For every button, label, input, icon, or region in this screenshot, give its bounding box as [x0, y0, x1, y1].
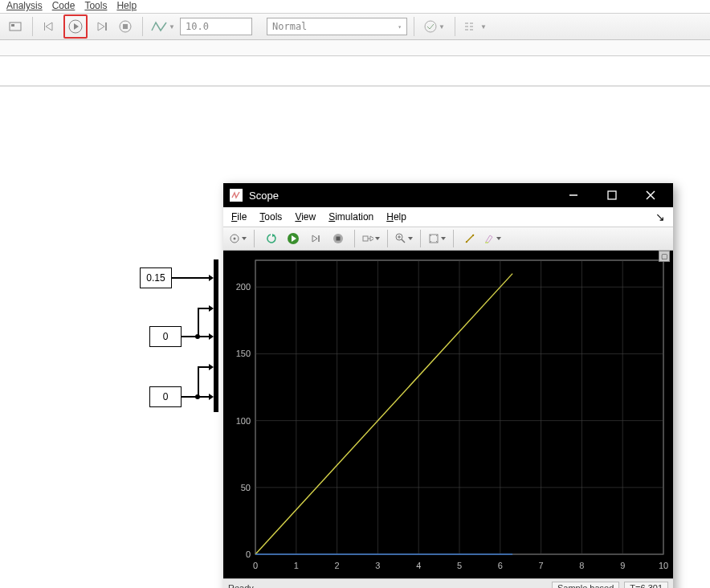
svg-marker-2	[46, 22, 52, 31]
svg-text:5: 5	[457, 561, 462, 570]
constant-value: 0	[163, 391, 169, 402]
svg-text:0: 0	[253, 561, 258, 570]
maximize-button[interactable]	[596, 183, 628, 207]
svg-text:8: 8	[579, 561, 584, 570]
svg-text:9: 9	[620, 561, 625, 570]
wire	[198, 308, 209, 309]
scope-step-forward-icon[interactable]	[306, 230, 325, 247]
scope-chart: 012345678910050100150200	[226, 254, 670, 575]
wire	[198, 336, 209, 337]
menu-tools[interactable]: Tools	[84, 0, 107, 13]
check-icon[interactable]: ▼	[421, 16, 448, 37]
scope-statusbar: Ready Sample based T=6.301	[223, 578, 673, 588]
scope-menu-tools[interactable]: Tools	[259, 211, 282, 223]
scope-title: Scope	[249, 190, 279, 202]
menu-code[interactable]: Code	[52, 0, 75, 13]
svg-text:1: 1	[294, 561, 299, 570]
svg-text:200: 200	[236, 282, 251, 292]
scope-triggers-icon[interactable]	[361, 230, 381, 247]
svg-text:4: 4	[416, 561, 421, 570]
svg-line-39	[466, 235, 474, 243]
svg-marker-5	[74, 23, 79, 30]
wire	[198, 308, 199, 337]
restore-layout-icon[interactable]: ▢	[659, 251, 670, 262]
stop-time-field[interactable]: 10.0	[180, 18, 252, 35]
main-toolbar: ▼ 10.0 Normal ▾ ▼ ▼	[0, 13, 710, 40]
svg-text:3: 3	[375, 561, 380, 570]
scope-menu-help[interactable]: Help	[386, 211, 406, 223]
svg-text:0: 0	[246, 549, 251, 559]
step-back-icon[interactable]	[39, 16, 60, 37]
mode-select[interactable]: Normal ▾	[267, 18, 407, 35]
svg-text:50: 50	[241, 483, 251, 492]
scope-settings-icon[interactable]	[228, 230, 247, 247]
scope-menu-simulation[interactable]: Simulation	[328, 211, 373, 223]
svg-point-10	[425, 21, 436, 32]
scope-window: Scope File Tools View Simulation Help ↘	[223, 183, 673, 588]
svg-marker-27	[312, 235, 317, 242]
status-ready: Ready	[228, 583, 254, 589]
svg-rect-43	[485, 242, 488, 243]
wire	[198, 366, 209, 368]
scope-stop-button[interactable]	[328, 230, 348, 247]
step-forward-icon[interactable]	[91, 16, 112, 37]
timing-legend-icon[interactable]: ▼	[462, 16, 489, 37]
svg-point-23	[234, 238, 236, 240]
svg-text:6: 6	[498, 561, 503, 570]
close-button[interactable]	[635, 183, 667, 207]
scope-plot-area[interactable]: ▢ 012345678910050100150200	[223, 251, 673, 578]
run-button[interactable]	[63, 14, 88, 39]
arrowhead-icon	[209, 275, 214, 281]
svg-rect-9	[123, 24, 128, 29]
svg-marker-33	[370, 236, 373, 241]
scope-menubar: File Tools View Simulation Help ↘	[223, 207, 673, 227]
svg-marker-42	[486, 235, 492, 243]
scope-menu-overflow-icon[interactable]: ↘	[655, 210, 665, 223]
svg-rect-19	[608, 191, 616, 199]
library-browser-icon[interactable]	[5, 16, 26, 37]
svg-rect-1	[11, 24, 14, 27]
scope-measurements-icon[interactable]	[460, 230, 479, 247]
svg-rect-30	[337, 237, 341, 241]
mux-block[interactable]	[214, 259, 218, 412]
stop-button[interactable]	[115, 16, 136, 37]
arrowhead-icon	[209, 364, 214, 370]
wire	[172, 277, 209, 279]
scope-menu-file[interactable]: File	[231, 211, 247, 223]
constant-value: 0.15	[146, 272, 165, 284]
scope-menu-view[interactable]: View	[295, 211, 316, 223]
status-time: T=6.301	[624, 582, 668, 589]
wire	[198, 396, 209, 398]
sub-toolbar-strip	[0, 40, 710, 56]
constant-block-3[interactable]: 0	[149, 386, 182, 407]
scope-autoscale-icon[interactable]	[427, 230, 447, 247]
constant-block-2[interactable]: 0	[149, 326, 182, 347]
minimize-button[interactable]	[557, 183, 590, 207]
svg-text:10: 10	[659, 561, 668, 570]
arrowhead-icon	[209, 305, 214, 312]
svg-text:2: 2	[335, 561, 340, 570]
constant-block-1[interactable]: 0.15	[140, 267, 172, 288]
svg-rect-31	[363, 236, 368, 241]
arrowhead-icon	[209, 333, 214, 340]
main-menubar: Analysis Code Tools Help	[0, 0, 710, 13]
model-canvas[interactable]: 0.15 0 0 Scope	[0, 87, 710, 588]
svg-line-35	[402, 239, 405, 243]
scope-highlight-icon[interactable]	[483, 230, 502, 247]
menu-help[interactable]: Help	[116, 0, 137, 13]
wire	[198, 366, 199, 397]
scope-toolbar	[223, 227, 673, 251]
scope-titlebar[interactable]: Scope	[223, 183, 673, 207]
arrowhead-icon	[209, 394, 214, 400]
scope-app-icon	[230, 189, 243, 202]
status-sample-mode: Sample based	[552, 582, 619, 589]
scope-run-button[interactable]	[284, 230, 303, 247]
scope-zoom-icon[interactable]	[394, 230, 414, 247]
svg-marker-6	[98, 22, 104, 31]
scope-restart-icon[interactable]	[261, 230, 280, 247]
menu-analysis[interactable]: Analysis	[6, 0, 43, 13]
svg-text:100: 100	[236, 416, 251, 426]
svg-text:7: 7	[539, 561, 544, 570]
constant-value: 0	[163, 331, 169, 342]
signal-icon[interactable]: ▼	[149, 16, 177, 37]
